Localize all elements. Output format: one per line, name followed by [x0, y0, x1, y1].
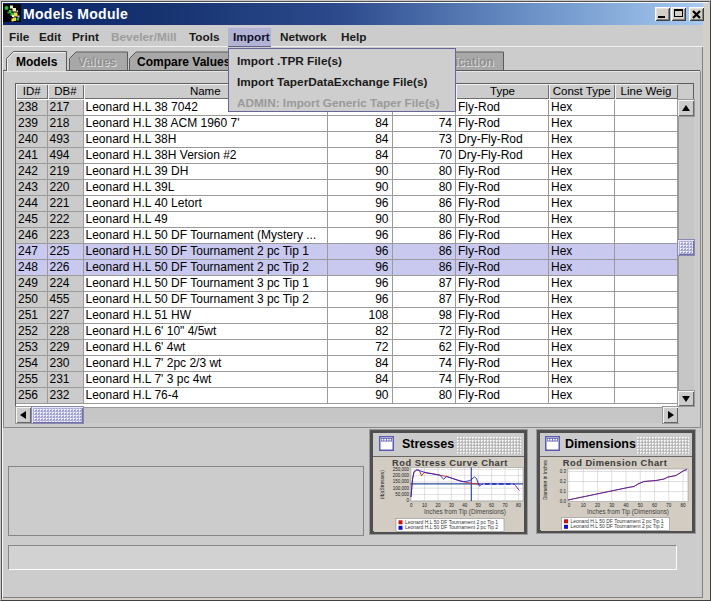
- svg-text:Inches from Tip (Dimensions): Inches from Tip (Dimensions): [424, 508, 506, 516]
- svg-text:Diameter in Inches: Diameter in Inches: [543, 459, 548, 500]
- svg-text:50,000: 50,000: [395, 492, 409, 497]
- svg-text:50: 50: [476, 503, 482, 508]
- svg-text:50: 50: [638, 503, 644, 508]
- svg-text:150,000: 150,000: [393, 479, 410, 484]
- svg-text:40: 40: [462, 503, 468, 508]
- svg-text:Leonard H.L 50 DF Tournament 2: Leonard H.L 50 DF Tournament 2 pc Tip 2: [571, 523, 664, 529]
- svg-text:Inches from Tip (Dimensions): Inches from Tip (Dimensions): [587, 508, 669, 516]
- svg-text:0.0: 0.0: [560, 499, 567, 504]
- svg-text:10: 10: [422, 503, 428, 508]
- svg-text:0.3: 0.3: [560, 469, 567, 474]
- svg-text:40: 40: [623, 503, 629, 508]
- svg-text:30: 30: [449, 503, 455, 508]
- svg-text:20: 20: [435, 503, 441, 508]
- svg-text:0.1: 0.1: [560, 489, 567, 494]
- svg-text:200,000: 200,000: [393, 473, 410, 478]
- svg-text:70: 70: [502, 503, 508, 508]
- svg-text:Leonard H.L 50 DF Tournament 2: Leonard H.L 50 DF Tournament 2 pc Tip 2: [405, 524, 498, 530]
- svg-text:80: 80: [516, 503, 522, 508]
- svg-text:80: 80: [680, 503, 686, 508]
- svg-text:70: 70: [666, 503, 672, 508]
- svg-text:30: 30: [609, 503, 615, 508]
- svg-text:Rod Dimension Chart: Rod Dimension Chart: [563, 458, 668, 468]
- svg-text:250,000: 250,000: [393, 467, 410, 472]
- svg-text:100,000: 100,000: [393, 486, 410, 491]
- svg-text:60: 60: [489, 503, 495, 508]
- svg-text:60: 60: [652, 503, 658, 508]
- svg-text:20: 20: [595, 503, 601, 508]
- svg-text:0.2: 0.2: [560, 479, 567, 484]
- svg-text:Rod Stress Curve Chart: Rod Stress Curve Chart: [392, 458, 508, 468]
- svg-text:10: 10: [581, 503, 587, 508]
